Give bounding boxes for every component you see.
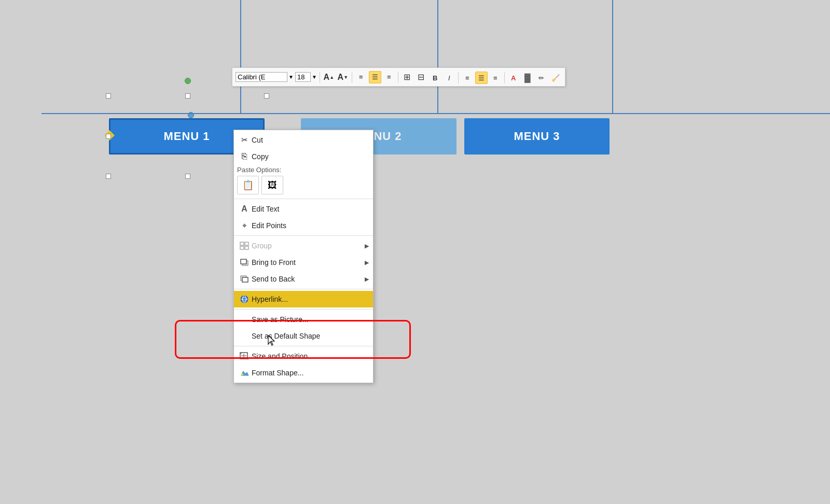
italic-btn[interactable]: I bbox=[443, 72, 455, 84]
context-menu-cut[interactable]: ✂ Cut bbox=[234, 132, 373, 148]
separator-2 bbox=[234, 235, 373, 236]
svg-rect-1 bbox=[245, 242, 248, 245]
align-right-btn[interactable]: ≡ bbox=[383, 71, 395, 83]
paste-text-btn[interactable]: 📋 bbox=[237, 176, 259, 194]
align-left-btn[interactable]: ≡ bbox=[355, 71, 367, 83]
context-menu-size-and-position[interactable]: Size and Position... bbox=[234, 348, 373, 365]
underline-btn[interactable]: ✏ bbox=[535, 72, 548, 84]
set-default-shape-label: Set as Default Shape bbox=[252, 332, 369, 340]
paste-image-icon: 🖼 bbox=[268, 180, 277, 191]
align2-left-btn[interactable]: ≡ bbox=[461, 72, 474, 84]
menu3-button[interactable]: MENU 3 bbox=[464, 118, 610, 155]
table-col3 bbox=[612, 0, 613, 114]
context-menu-save-as-picture[interactable]: Save as Picture... bbox=[234, 311, 373, 328]
svg-line-14 bbox=[247, 359, 248, 360]
increase-font-btn[interactable]: A▲ bbox=[323, 71, 335, 83]
paste-options-section: Paste Options: 📋 🖼 bbox=[234, 165, 373, 197]
copy-label: Copy bbox=[252, 152, 369, 161]
group-label: Group bbox=[252, 242, 365, 250]
separator-4 bbox=[234, 309, 373, 310]
svg-rect-0 bbox=[240, 242, 244, 245]
paste-icons: 📋 🖼 bbox=[237, 176, 369, 194]
cut-icon: ✂ bbox=[237, 134, 252, 146]
save-as-picture-label: Save as Picture... bbox=[252, 315, 369, 324]
paste-format-btn[interactable]: ⊟ bbox=[415, 71, 427, 83]
table-col1 bbox=[240, 0, 241, 114]
send-to-back-arrow: ▶ bbox=[365, 276, 369, 283]
svg-rect-7 bbox=[242, 277, 248, 282]
group-icon bbox=[237, 240, 252, 251]
save-as-picture-icon bbox=[237, 314, 252, 325]
format-shape-icon bbox=[237, 367, 252, 379]
font-name-display[interactable]: Calibri (E bbox=[236, 72, 287, 82]
cut-label: Cut bbox=[252, 136, 369, 144]
context-menu-bring-to-front[interactable]: Bring to Front ▶ bbox=[234, 254, 373, 271]
context-menu-group[interactable]: Group ▶ bbox=[234, 237, 373, 254]
copy-format-btn[interactable]: ⊞ bbox=[401, 71, 413, 83]
context-menu-edit-text[interactable]: A Edit Text bbox=[234, 201, 373, 217]
context-menu-hyperlink[interactable]: Hyperlink... bbox=[234, 291, 373, 307]
copy-icon: ⎘ bbox=[237, 151, 252, 162]
font-size-display[interactable]: 18 bbox=[295, 72, 311, 82]
svg-rect-2 bbox=[240, 246, 244, 249]
edit-points-label: Edit Points bbox=[252, 221, 369, 230]
hyperlink-label: Hyperlink... bbox=[252, 295, 369, 303]
font-size-dropdown-icon[interactable]: ▼ bbox=[312, 74, 317, 80]
context-menu: ✂ Cut ⎘ Copy Paste Options: 📋 🖼 A Edit T… bbox=[233, 130, 374, 383]
font-color-btn[interactable]: A bbox=[507, 72, 520, 84]
table-row-line bbox=[42, 113, 830, 114]
context-menu-edit-points[interactable]: ⌖ Edit Points bbox=[234, 217, 373, 234]
set-default-shape-icon bbox=[237, 330, 252, 342]
bold-btn[interactable]: B bbox=[429, 72, 441, 84]
hyperlink-icon bbox=[237, 293, 252, 305]
font-name-dropdown-icon[interactable]: ▼ bbox=[288, 74, 294, 80]
svg-rect-3 bbox=[245, 246, 248, 249]
group-arrow: ▶ bbox=[365, 243, 369, 249]
table-col2 bbox=[437, 0, 438, 114]
edit-points-icon: ⌖ bbox=[237, 220, 252, 231]
align-center-btn[interactable]: ☰ bbox=[369, 71, 381, 83]
edit-text-label: Edit Text bbox=[252, 205, 369, 213]
highlight-btn[interactable]: ▓ bbox=[521, 72, 534, 84]
paste-text-icon: 📋 bbox=[242, 179, 254, 191]
paste-image-btn[interactable]: 🖼 bbox=[261, 176, 283, 194]
size-and-position-label: Size and Position... bbox=[252, 352, 369, 360]
context-menu-set-default-shape[interactable]: Set as Default Shape bbox=[234, 328, 373, 344]
bring-to-front-arrow: ▶ bbox=[365, 259, 369, 266]
context-menu-format-shape[interactable]: Format Shape... bbox=[234, 365, 373, 381]
clear-format-btn[interactable]: 🧹 bbox=[549, 72, 562, 84]
send-to-back-icon bbox=[237, 273, 252, 285]
mini-toolbar: Calibri (E ▼ 18 ▼ A▲ A▼ ≡ ☰ ≡ ⊞ ⊟ B I ≡ … bbox=[232, 67, 565, 87]
decrease-font-btn[interactable]: A▼ bbox=[337, 71, 349, 83]
svg-point-17 bbox=[241, 373, 243, 375]
bring-to-front-icon bbox=[237, 257, 252, 268]
align2-center-btn[interactable]: ☰ bbox=[475, 72, 488, 84]
context-menu-send-to-back[interactable]: Send to Back ▶ bbox=[234, 271, 373, 287]
separator-5 bbox=[234, 346, 373, 346]
send-to-back-label: Send to Back bbox=[252, 275, 365, 283]
format-shape-label: Format Shape... bbox=[252, 369, 369, 377]
bring-to-front-label: Bring to Front bbox=[252, 258, 365, 267]
separator-1 bbox=[234, 199, 373, 199]
paste-options-label: Paste Options: bbox=[237, 166, 369, 174]
size-and-position-icon bbox=[237, 351, 252, 362]
separator-3 bbox=[234, 289, 373, 289]
align2-right-btn[interactable]: ≡ bbox=[489, 72, 502, 84]
edit-text-icon: A bbox=[237, 203, 252, 215]
svg-rect-5 bbox=[241, 259, 246, 264]
context-menu-copy[interactable]: ⎘ Copy bbox=[234, 148, 373, 165]
